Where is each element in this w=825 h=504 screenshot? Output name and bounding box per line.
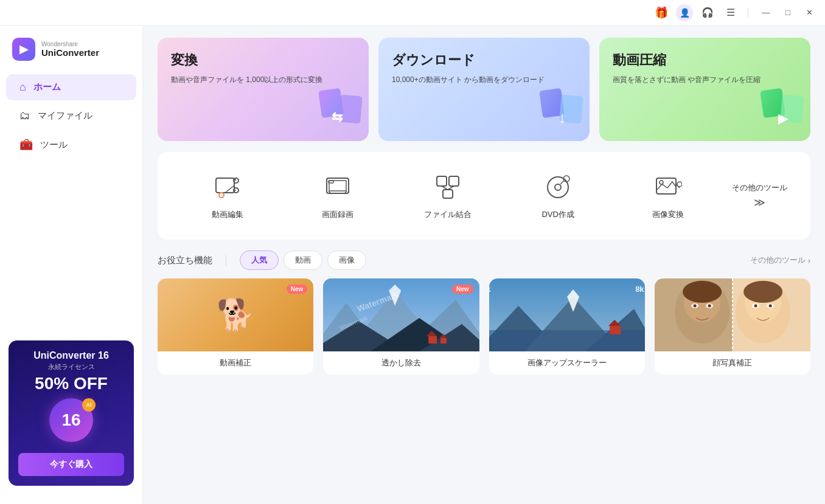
titlebar-separator [748,8,748,18]
feature-grid: 🐕 New 動画補正 [158,278,810,375]
useful-label: お役立ち機能 [158,255,212,266]
svg-point-74 [768,305,771,308]
svg-text:▶: ▶ [778,111,788,126]
app-logo-icon: ▶ [12,38,35,61]
user-avatar-icon[interactable]: 👤 [676,4,693,21]
tool-dvd-create[interactable]: DVD作成 [503,167,613,225]
tools-icon: 🧰 [19,138,33,151]
compress-icon: ▶ [750,80,810,141]
svg-line-29 [560,181,564,184]
header-separator [226,255,226,266]
svg-point-65 [683,281,722,303]
more-tools-arrow-icon: ≫ [754,196,765,209]
menu-icon[interactable]: ☰ [722,4,739,21]
buy-now-button[interactable]: 今すぐ購入 [18,453,124,476]
tool-img-convert[interactable]: 画像変換 [613,167,723,225]
svg-point-15 [219,193,224,198]
feature-watermark-remove[interactable]: Watermark Watermark New 透かし除去 [323,278,479,375]
dog-icon: 🐕 [217,297,254,333]
svg-rect-23 [443,190,453,198]
svg-point-26 [548,177,568,198]
sidebar: ▶ Wondershare UniConverter ⌂ ホーム 🗂 マイファイ… [0,26,143,504]
tool-video-edit[interactable]: 動画編集 [172,167,282,225]
face-fix-thumb [655,278,810,351]
tool-file-merge-label: ファイル結合 [424,209,472,220]
svg-line-14 [225,185,234,193]
useful-more-label: その他のツール [750,255,806,266]
img-convert-icon [652,171,684,203]
sidebar-item-myfiles[interactable]: 🗂 マイファイル [6,103,136,129]
svg-point-31 [660,181,663,184]
content-area: 変換 動画や音声ファイルを 1,000以上の形式に変換 ⇆ [143,26,825,504]
logo-product: UniConverter [41,47,99,58]
home-icon: ⌂ [19,81,26,94]
svg-point-27 [555,184,561,190]
svg-rect-22 [449,176,459,186]
sidebar-tools-label: ツール [40,139,68,151]
titlebar: 🎁 👤 🎧 ☰ — □ ✕ [0,0,825,26]
tool-img-convert-label: 画像変換 [652,209,684,220]
svg-text:↓: ↓ [559,108,566,126]
svg-rect-21 [437,176,447,186]
sidebar-item-home[interactable]: ⌂ ホーム [6,74,136,100]
img-upscaler-label: 画像アップスケーラー [489,351,645,375]
close-button[interactable]: ✕ [801,5,818,19]
svg-rect-17 [329,181,346,191]
svg-rect-42 [428,336,437,343]
svg-rect-54 [610,326,621,334]
promo-title: UniConverter 16 [18,350,124,361]
logo-text: Wondershare UniConverter [41,41,99,58]
new-badge-video-fix: New [287,285,308,294]
video-edit-icon [212,171,243,203]
useful-section: お役立ち機能 人気 動画 画像 その他のツール › [158,250,810,375]
tool-video-edit-label: 動画編集 [212,209,243,220]
tool-screen-rec[interactable]: 画面録画 [282,167,392,225]
screen-rec-icon [322,171,353,203]
convert-icon: ⇆ [308,80,369,141]
tool-dvd-create-label: DVD作成 [541,209,574,220]
tool-file-merge[interactable]: ファイル結合 [392,167,503,225]
dvd-create-icon [542,171,574,203]
more-tools-button[interactable]: その他のツール ≫ [723,178,796,214]
svg-rect-30 [656,178,676,194]
feature-face-fix[interactable]: 顔写真補正 [655,278,810,375]
svg-point-33 [677,182,682,187]
promo-subtitle: 永続ライセンス [18,362,124,371]
tab-image[interactable]: 画像 [327,250,366,270]
convert-card[interactable]: 変換 動画や音声ファイルを 1,000以上の形式に変換 ⇆ [158,38,369,141]
svg-text:8k: 8k [635,285,644,294]
feature-img-upscaler[interactable]: 2k 8k 画像アップスケーラー [489,278,645,375]
promo-ai-badge: AI [82,398,96,412]
download-card[interactable]: ダウンロード 10,000+の動画サイト から動画をダウンロード ↓ [378,38,590,141]
upscale-thumb: 2k 8k [489,278,645,351]
svg-rect-9 [216,178,234,193]
tool-screen-rec-label: 画面録画 [322,209,353,220]
video-fix-label: 動画補正 [158,351,313,375]
tab-video[interactable]: 動画 [284,250,322,270]
svg-point-70 [708,305,711,308]
gift-icon[interactable]: 🎁 [653,4,670,21]
promo-discount: 50% OFF [18,374,124,393]
useful-more-arrow-icon: › [808,256,810,265]
useful-more-tools[interactable]: その他のツール › [750,255,810,266]
convert-title: 変換 [171,51,355,69]
logo-area: ▶ Wondershare UniConverter [0,35,142,73]
svg-rect-44 [440,338,447,343]
feature-cards-row: 変換 動画や音声ファイルを 1,000以上の形式に変換 ⇆ [158,38,810,141]
new-badge-watermark: New [452,285,473,294]
minimize-button[interactable]: — [757,5,775,19]
tools-section: 動画編集 画面録画 [158,152,810,240]
useful-header: お役立ち機能 人気 動画 画像 その他のツール › [158,250,810,270]
sidebar-item-tools[interactable]: 🧰 ツール [6,131,136,158]
svg-rect-53 [489,330,645,351]
svg-point-66 [743,281,782,303]
feature-video-fix[interactable]: 🐕 New 動画補正 [158,278,313,375]
tab-popular[interactable]: 人気 [240,250,279,270]
svg-point-68 [693,305,696,308]
sidebar-myfiles-label: マイファイル [38,110,92,122]
maximize-button[interactable]: □ [781,5,795,19]
promo-banner: UniConverter 16 永続ライセンス 50% OFF 16 AI 今す… [9,340,134,486]
headset-icon[interactable]: 🎧 [699,4,716,21]
compress-card[interactable]: 動画圧縮 画質を落とさずに動画 や音声ファイルを圧縮 ▶ [599,38,810,141]
compress-title: 動画圧縮 [613,51,797,69]
